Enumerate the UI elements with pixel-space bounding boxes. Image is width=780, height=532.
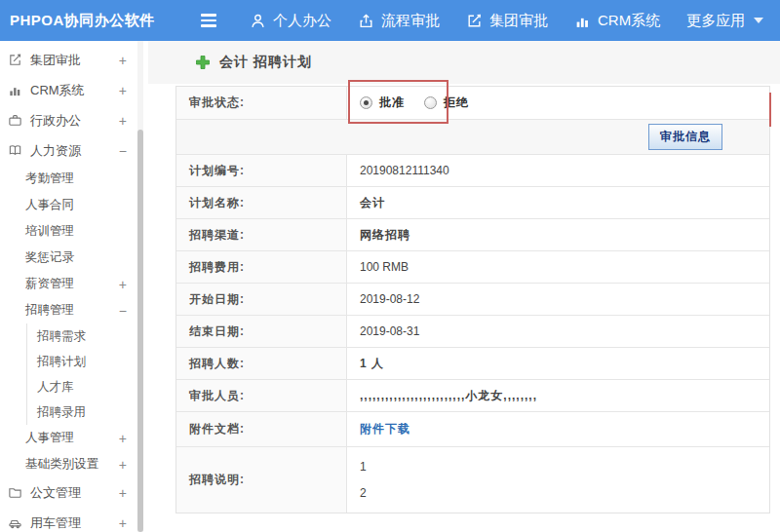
- field-value: 20190812111340: [347, 155, 769, 186]
- field-value: 网络招聘: [347, 219, 769, 250]
- sidebar-item-recruit-management[interactable]: 招聘管理 −: [0, 297, 148, 323]
- app-brand: PHPOA协同办公软件: [0, 12, 191, 30]
- caret-down-icon: [754, 18, 763, 23]
- sidebar-item-label: 基础类别设置: [25, 456, 98, 473]
- field-value: 2019-08-12: [347, 284, 769, 315]
- nav-item-workflow-approval[interactable]: 流程审批: [358, 12, 440, 30]
- expand-toggle[interactable]: +: [119, 114, 127, 128]
- edit-square-icon: [8, 53, 22, 67]
- sidebar-item-rewards-records[interactable]: 奖惩记录: [0, 245, 148, 271]
- nav-item-label: 个人办公: [273, 12, 332, 30]
- expand-toggle[interactable]: +: [119, 458, 127, 472]
- expand-toggle[interactable]: +: [119, 278, 127, 291]
- field-label: 结束日期:: [176, 316, 347, 347]
- sidebar-item-hr-contract[interactable]: 人事合同: [0, 192, 148, 218]
- field-value: 会计: [347, 187, 769, 218]
- expand-toggle[interactable]: +: [119, 516, 127, 530]
- table-row-recruit-cost: 招聘费用: 100 RMB: [176, 250, 769, 283]
- briefcase-icon: [8, 113, 22, 128]
- radio-reject[interactable]: [424, 96, 437, 109]
- car-icon: [8, 515, 22, 530]
- sidebar-item-base-category-settings[interactable]: 基础类别设置 +: [0, 451, 148, 477]
- field-value: 1 人: [347, 348, 769, 379]
- sidebar-item-document-management[interactable]: 公文管理 +: [0, 477, 148, 508]
- field-label: 招聘渠道:: [176, 219, 347, 250]
- nav-item-personal-office[interactable]: 个人办公: [250, 12, 332, 30]
- table-row-approvers: 审批人员: ,,,,,,,,,,,,,,,,,,,,,,,,,小龙女,,,,,,…: [176, 379, 769, 411]
- main-content: 会计 招聘计划 审批状态: 批准 拒绝 审批信息: [148, 41, 780, 532]
- sidebar-item-label: 人力资源: [30, 142, 81, 160]
- green-plus-icon: [195, 55, 211, 70]
- sidebar-item-recruit-plan[interactable]: 招聘计划: [27, 349, 148, 374]
- field-label: 招聘费用:: [176, 251, 347, 283]
- field-label: 审批人员:: [176, 380, 347, 411]
- field-label: 招聘说明:: [176, 447, 347, 513]
- page-title: 会计 招聘计划: [219, 54, 312, 71]
- collapse-toggle[interactable]: −: [119, 304, 127, 318]
- sidebar-item-recruit-hire[interactable]: 招聘录用: [27, 399, 148, 425]
- sidebar-item-group-approval[interactable]: 集团审批 +: [0, 45, 148, 75]
- table-row-recruit-channel: 招聘渠道: 网络招聘: [176, 218, 769, 250]
- field-value: 2019-08-31: [347, 316, 769, 347]
- radio-approve-label[interactable]: 批准: [379, 95, 405, 111]
- table-row-approval-status: 审批状态: 批准 拒绝: [176, 87, 769, 119]
- nav-item-group-approval[interactable]: 集团审批: [466, 12, 548, 30]
- collapse-toggle[interactable]: −: [119, 144, 127, 158]
- sidebar-item-human-resources[interactable]: 人力资源 −: [0, 135, 148, 166]
- sidebar-item-label: 奖惩记录: [25, 249, 74, 266]
- nav-item-crm-system[interactable]: CRM系统: [574, 12, 660, 30]
- field-label: 招聘人数:: [176, 348, 347, 379]
- sidebar-item-label: 招聘管理: [25, 302, 74, 319]
- table-row-plan-name: 计划名称: 会计: [176, 186, 769, 218]
- sidebar-item-crm-system[interactable]: CRM系统 +: [0, 75, 148, 105]
- workflow-export-icon: [358, 13, 374, 29]
- sidebar-item-recruit-demand[interactable]: 招聘需求: [27, 323, 148, 349]
- sidebar-item-admin-office[interactable]: 行政办公 +: [0, 105, 148, 135]
- field-value: ,,,,,,,,,,,,,,,,,,,,,,,,,小龙女,,,,,,,,: [347, 380, 769, 411]
- sidebar-item-attendance[interactable]: 考勤管理: [0, 166, 148, 192]
- bar-chart-icon: [574, 13, 591, 29]
- sidebar-item-vehicle-management[interactable]: 用车管理 +: [0, 508, 148, 532]
- document-icon: [8, 485, 22, 500]
- nav-item-label: 流程审批: [381, 12, 440, 30]
- sidebar-scrollbar-thumb[interactable]: [137, 130, 143, 532]
- top-nav-menu: 个人办公 流程审批 集团审批 CRM系统 更多应用: [250, 12, 763, 30]
- radio-reject-label[interactable]: 拒绝: [444, 95, 469, 111]
- approval-info-button[interactable]: 审批信息: [648, 124, 722, 150]
- app-window: PHPOA协同办公软件 个人办公 流程审批 集团审批 CRM系统 更多应用: [0, 0, 780, 532]
- attachment-download-link[interactable]: 附件下载: [360, 421, 410, 437]
- expand-toggle[interactable]: +: [119, 54, 127, 67]
- field-label: 计划名称:: [176, 187, 347, 218]
- table-row-start-date: 开始日期: 2019-08-12: [176, 283, 769, 315]
- sidebar-item-label: 用车管理: [30, 514, 81, 532]
- expand-toggle[interactable]: +: [119, 432, 127, 445]
- field-value: 1 2: [347, 447, 769, 513]
- approval-status-options: 批准 拒绝: [347, 87, 769, 119]
- field-label: 附件文档:: [176, 412, 347, 446]
- expand-toggle[interactable]: +: [119, 486, 127, 500]
- content-header: 会计 招聘计划: [148, 41, 780, 84]
- sidebar-item-personnel-management[interactable]: 人事管理 +: [0, 425, 148, 451]
- nav-item-more-apps[interactable]: 更多应用: [686, 12, 763, 30]
- sidebar-item-training[interactable]: 培训管理: [0, 218, 148, 245]
- nav-item-label: CRM系统: [598, 12, 660, 30]
- field-label: 开始日期:: [176, 284, 347, 315]
- sidebar-item-label: 招聘录用: [37, 404, 86, 421]
- hamburger-menu-icon[interactable]: [201, 14, 220, 27]
- sidebar-item-label: CRM系统: [30, 82, 85, 99]
- sidebar-item-label: 考勤管理: [25, 171, 74, 187]
- sidebar-subgroup-recruit: 招聘需求 招聘计划 人才库 招聘录用: [26, 323, 148, 425]
- sidebar-item-talent-pool[interactable]: 人才库: [27, 374, 148, 399]
- sidebar-item-label: 行政办公: [30, 112, 81, 130]
- sidebar-item-salary[interactable]: 薪资管理 +: [0, 271, 148, 297]
- top-navbar: PHPOA协同办公软件 个人办公 流程审批 集团审批 CRM系统 更多应用: [0, 0, 780, 41]
- table-row-end-date: 结束日期: 2019-08-31: [176, 315, 769, 347]
- sidebar-item-label: 招聘需求: [37, 328, 86, 345]
- field-label: 审批状态:: [176, 87, 347, 119]
- bar-chart-icon: [8, 83, 22, 97]
- recruit-plan-detail-table: 审批状态: 批准 拒绝 审批信息 计划编号: 20190812111340: [176, 86, 770, 513]
- radio-approve[interactable]: [360, 96, 372, 109]
- field-label: 计划编号:: [176, 155, 347, 186]
- table-row-recruit-description: 招聘说明: 1 2: [176, 446, 769, 513]
- expand-toggle[interactable]: +: [119, 84, 127, 97]
